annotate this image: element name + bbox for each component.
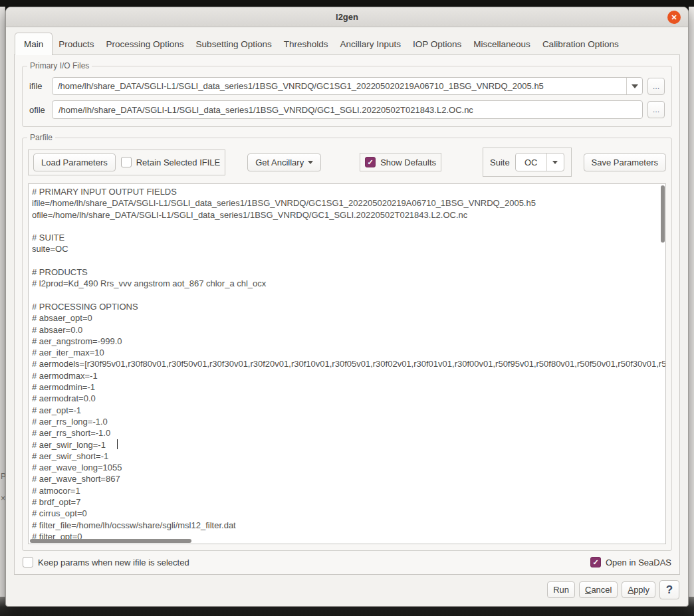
cancel-button[interactable]: Cancel	[579, 581, 618, 598]
ifile-value: /home/lh/share_DATA/SGLI-L1/SGLI_data_se…	[53, 78, 626, 94]
suite-combobox[interactable]: OC	[515, 153, 564, 171]
main-tab-panel: Primary I/O Files ifile /home/lh/share_D…	[14, 54, 680, 575]
ofile-value: /home/lh/share_DATA/SGLI-L1/SGLI_data_se…	[58, 105, 473, 115]
ifile-dropdown-button[interactable]	[626, 78, 642, 94]
close-icon: ✕	[671, 13, 677, 22]
suite-dropdown-button[interactable]	[546, 154, 564, 171]
check-icon: ✓	[592, 558, 598, 567]
vertical-scrollbar[interactable]	[660, 185, 665, 537]
suite-value: OC	[516, 154, 546, 171]
dialog-content: Main Products Processing Options Subsett…	[6, 27, 688, 606]
dropdown-arrow-icon	[308, 161, 313, 164]
background-window-fragment: ×	[1, 494, 5, 503]
horizontal-scrollbar-thumb[interactable]	[30, 539, 191, 543]
tab-iop-options[interactable]: IOP Options	[407, 33, 467, 54]
run-button[interactable]: Run	[547, 581, 575, 598]
keep-params-checkbox[interactable]	[23, 557, 33, 567]
ellipsis-icon: …	[653, 106, 660, 114]
titlebar[interactable]: l2gen ✕	[6, 7, 688, 27]
load-parameters-button[interactable]: Load Parameters	[33, 154, 116, 171]
tab-ancillary-inputs[interactable]: Ancillary Inputs	[334, 33, 407, 54]
parfile-group: Parfile Load Parameters Retain Selected …	[22, 138, 672, 551]
open-in-seadas-checkbox[interactable]: ✓	[590, 557, 601, 567]
ifile-combobox[interactable]: /home/lh/share_DATA/SGLI-L1/SGLI_data_se…	[52, 77, 643, 95]
background-window-sliver	[689, 7, 694, 597]
tab-subsetting-options[interactable]: Subsetting Options	[190, 33, 278, 54]
dialog-button-row: Run Cancel Apply ?	[14, 575, 680, 602]
tab-products[interactable]: Products	[53, 33, 100, 54]
save-parameters-label: Save Parameters	[592, 157, 658, 167]
parfile-text-editor[interactable]: # PRIMARY INPUT OUTPUT FIELDS ifile=/hom…	[28, 183, 666, 544]
tab-main[interactable]: Main	[15, 33, 53, 55]
ofile-browse-button[interactable]: …	[647, 101, 665, 118]
ofile-label: ofile	[29, 105, 52, 115]
chevron-down-icon	[632, 84, 638, 88]
ellipsis-icon: …	[653, 82, 660, 90]
retain-ifile-label: Retain Selected IFILE	[136, 157, 220, 167]
load-parameters-panel: Load Parameters Retain Selected IFILE	[28, 150, 225, 175]
ofile-field[interactable]: /home/lh/share_DATA/SGLI-L1/SGLI_data_se…	[52, 100, 643, 119]
apply-label: Apply	[628, 585, 649, 595]
group-label: Parfile	[27, 133, 55, 142]
primary-io-files-group: Primary I/O Files ifile /home/lh/share_D…	[22, 66, 672, 127]
screen: P × l2gen ✕ Main Products Processing Opt…	[0, 0, 694, 616]
tab-miscellaneous[interactable]: Miscellaneous	[467, 33, 536, 54]
check-icon: ✓	[368, 158, 374, 167]
vertical-scrollbar-thumb[interactable]	[661, 185, 665, 243]
open-in-seadas-label: Open in SeaDAS	[606, 558, 671, 567]
tab-bar: Main Products Processing Options Subsett…	[15, 33, 680, 54]
retain-selected-ifile-option[interactable]: Retain Selected IFILE	[121, 157, 220, 167]
parfile-toolbar: Load Parameters Retain Selected IFILE Ge…	[28, 148, 666, 177]
run-label: Run	[553, 585, 569, 595]
retain-ifile-checkbox[interactable]	[121, 157, 132, 167]
suite-panel: Suite OC	[483, 148, 572, 177]
keep-params-option[interactable]: Keep params when new ifile is selected	[23, 557, 189, 567]
open-in-seadas-option[interactable]: ✓ Open in SeaDAS	[590, 557, 671, 567]
background-window-sliver: P ×	[0, 7, 5, 597]
show-defaults-checkbox[interactable]: ✓	[365, 157, 376, 167]
ifile-browse-button[interactable]: …	[647, 78, 665, 95]
chevron-down-icon	[552, 161, 558, 164]
desktop-top-strip	[0, 0, 694, 7]
get-ancillary-button[interactable]: Get Ancillary	[247, 154, 321, 171]
show-defaults-option[interactable]: ✓ Show Defaults	[365, 157, 436, 167]
show-defaults-panel: ✓ Show Defaults	[360, 153, 441, 171]
ifile-row: ifile /home/lh/share_DATA/SGLI-L1/SGLI_d…	[29, 77, 665, 95]
window-title: l2gen	[336, 12, 358, 22]
l2gen-dialog: l2gen ✕ Main Products Processing Options…	[5, 7, 689, 607]
suite-label: Suite	[490, 157, 510, 167]
load-parameters-label: Load Parameters	[41, 157, 108, 167]
group-label: Primary I/O Files	[27, 61, 92, 70]
parfile-text[interactable]: # PRIMARY INPUT OUTPUT FIELDS ifile=/hom…	[29, 184, 665, 544]
ofile-row: ofile /home/lh/share_DATA/SGLI-L1/SGLI_d…	[29, 100, 665, 119]
tab-calibration-options[interactable]: Calibration Options	[536, 33, 625, 54]
ifile-label: ifile	[29, 81, 52, 91]
apply-button[interactable]: Apply	[622, 581, 655, 598]
help-icon: ?	[666, 583, 673, 597]
help-button[interactable]: ?	[659, 580, 679, 599]
options-row: Keep params when new ifile is selected ✓…	[21, 551, 673, 573]
show-defaults-label: Show Defaults	[380, 157, 436, 167]
save-parameters-button[interactable]: Save Parameters	[584, 154, 666, 171]
get-ancillary-label: Get Ancillary	[255, 157, 304, 167]
cancel-label: Cancel	[585, 585, 612, 595]
tab-processing-options[interactable]: Processing Options	[100, 33, 190, 54]
close-button[interactable]: ✕	[667, 11, 681, 24]
text-cursor	[117, 439, 118, 449]
keep-params-label: Keep params when new ifile is selected	[38, 558, 189, 567]
horizontal-scrollbar[interactable]	[30, 538, 659, 543]
tab-thresholds[interactable]: Thresholds	[278, 33, 334, 54]
